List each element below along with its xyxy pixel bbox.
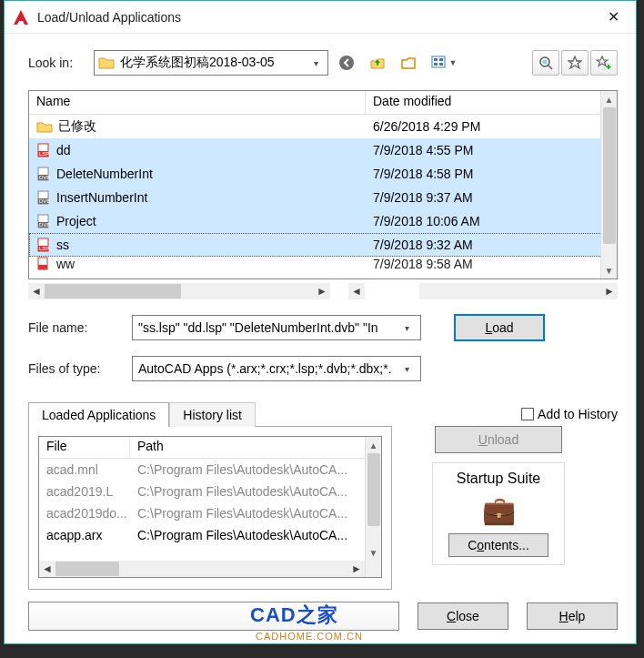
filetype-label: Files of type: xyxy=(28,361,123,376)
startup-suite-box: Startup Suite 💼 Contents... xyxy=(432,462,565,565)
file-row[interactable]: LSPdd7/9/2018 4:55 PM xyxy=(29,138,617,162)
load-button[interactable]: Load xyxy=(454,314,545,341)
chevron-down-icon[interactable]: ▾ xyxy=(398,358,415,380)
loaded-app-row[interactable]: acad2019.LC:\Program Files\Autodesk\Auto… xyxy=(39,481,381,502)
loaded-app-row[interactable]: acad2019do...C:\Program Files\Autodesk\A… xyxy=(39,502,381,524)
file-row[interactable]: LSPss7/9/2018 9:32 AM xyxy=(29,233,617,257)
svg-point-0 xyxy=(339,56,354,70)
filetype-select[interactable]: AutoCAD Apps (*.arx;*.crx;*.lsp;*.dvb;*.… xyxy=(132,356,421,381)
col-path[interactable]: Path xyxy=(130,437,381,458)
dialog-body: Look in: 化学系统图初稿2018-03-05 ▾ ▼ xyxy=(5,34,636,599)
chevron-down-icon[interactable]: ▾ xyxy=(398,317,415,339)
col-date[interactable]: Date modified xyxy=(366,91,617,114)
lookin-path: 化学系统图初稿2018-03-05 xyxy=(120,55,307,71)
side-panel: Unload Startup Suite 💼 Contents... xyxy=(412,426,585,590)
tool-group xyxy=(532,50,618,76)
svg-rect-25 xyxy=(38,265,47,269)
autocad-app-icon xyxy=(12,8,30,26)
col-file[interactable]: File xyxy=(39,437,130,458)
filetype-row: Files of type: AutoCAD Apps (*.arx;*.crx… xyxy=(28,356,618,381)
unload-button[interactable]: Unload xyxy=(435,426,562,453)
add-to-history-checkbox[interactable]: Add to History xyxy=(521,407,618,421)
horizontal-scrollbar[interactable]: ◄ ► ◄ ► xyxy=(28,283,618,299)
file-row[interactable]: DVBProject7/9/2018 10:06 AM xyxy=(29,209,617,233)
view-menu-button[interactable]: ▼ xyxy=(427,50,461,76)
title-bar: Load/Unload Applications ✕ xyxy=(5,1,636,34)
svg-rect-5 xyxy=(439,63,443,66)
close-button[interactable]: Close xyxy=(418,602,508,630)
svg-rect-1 xyxy=(432,56,445,67)
lookin-combo[interactable]: 化学系统图初稿2018-03-05 ▾ xyxy=(94,50,328,76)
loaded-apps-list: File Path acad.mnlC:\Program Files\Autod… xyxy=(38,436,382,578)
svg-rect-2 xyxy=(434,58,438,61)
close-window-button[interactable]: ✕ xyxy=(598,5,629,30)
status-field xyxy=(28,602,399,631)
up-folder-button[interactable] xyxy=(365,50,390,76)
file-row[interactable]: 已修改6/26/2018 4:29 PM xyxy=(29,115,617,138)
add-favorite-button[interactable] xyxy=(590,50,618,76)
svg-rect-3 xyxy=(434,63,438,66)
loaded-app-row[interactable]: acad.mnlC:\Program Files\Autodesk\AutoCA… xyxy=(39,459,381,481)
briefcase-icon[interactable]: 💼 xyxy=(482,494,516,526)
file-list-header: Name Date modified xyxy=(29,91,617,115)
vertical-scrollbar[interactable]: ▲▼ xyxy=(365,437,381,577)
svg-text:DVB: DVB xyxy=(39,222,50,228)
svg-text:LSP: LSP xyxy=(39,246,49,251)
svg-point-8 xyxy=(543,60,548,65)
vertical-scrollbar[interactable]: ▲▼ xyxy=(600,91,617,278)
tab-history[interactable]: History list xyxy=(169,402,256,427)
lookin-row: Look in: 化学系统图初稿2018-03-05 ▾ ▼ xyxy=(28,50,618,76)
filename-input[interactable]: "ss.lsp" "dd.lsp" "DeleteNumberInt.dvb" … xyxy=(132,315,421,340)
watermark-url: CADHOME.COM.CN xyxy=(256,631,363,642)
search-web-button[interactable] xyxy=(532,50,559,76)
panel-row: File Path acad.mnlC:\Program Files\Autod… xyxy=(28,426,618,590)
loaded-app-row[interactable]: acapp.arxC:\Program Files\Autodesk\AutoC… xyxy=(39,524,381,546)
svg-text:LSP: LSP xyxy=(39,151,49,157)
svg-text:DVB: DVB xyxy=(39,198,50,204)
new-folder-button[interactable] xyxy=(396,50,421,76)
back-button[interactable] xyxy=(334,50,359,76)
filename-row: File name: "ss.lsp" "dd.lsp" "DeleteNumb… xyxy=(28,314,618,341)
folder-icon xyxy=(98,56,115,70)
window-title: Load/Unload Applications xyxy=(37,10,598,25)
favorites-button[interactable] xyxy=(561,50,589,76)
help-button[interactable]: Help xyxy=(527,602,618,630)
file-row-partial[interactable]: ww 7/9/2018 9:58 AM xyxy=(29,257,617,273)
startup-suite-label: Startup Suite xyxy=(457,471,541,487)
lookin-label: Look in: xyxy=(28,56,88,70)
chevron-down-icon[interactable]: ▾ xyxy=(307,52,324,74)
loaded-apps-panel: File Path acad.mnlC:\Program Files\Autod… xyxy=(28,426,392,590)
horizontal-scrollbar[interactable]: ◄► xyxy=(39,561,365,577)
bottom-bar: Close Help xyxy=(28,602,618,631)
tabs: Loaded Applications History list Add to … xyxy=(28,401,618,426)
svg-line-7 xyxy=(548,66,552,69)
filename-label: File name: xyxy=(28,320,123,335)
tab-loaded[interactable]: Loaded Applications xyxy=(28,402,169,427)
svg-text:DVB: DVB xyxy=(39,175,50,180)
dialog-window: Load/Unload Applications ✕ Look in: 化学系统… xyxy=(4,0,637,644)
col-name[interactable]: Name xyxy=(29,91,366,114)
file-row[interactable]: DVBDeleteNumberInt7/9/2018 4:58 PM xyxy=(29,162,617,186)
svg-rect-4 xyxy=(439,58,443,61)
file-list: Name Date modified 已修改6/26/2018 4:29 PML… xyxy=(28,90,618,279)
contents-button[interactable]: Contents... xyxy=(448,533,548,557)
file-row[interactable]: DVBInsertNumberInt7/9/2018 9:37 AM xyxy=(29,186,617,209)
